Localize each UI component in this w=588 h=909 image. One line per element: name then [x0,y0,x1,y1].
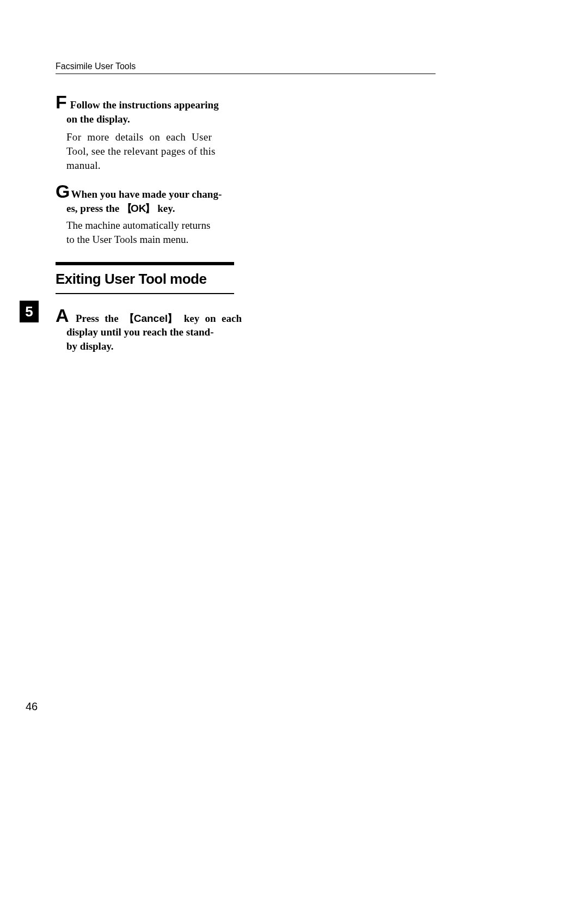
step-f-heading-line1: Follow the instructions appearing [70,99,219,111]
chapter-tab: 5 [20,301,39,322]
step-f-body-line1: For more details on each User [66,130,242,144]
running-header: Facsimile User Tools [56,62,136,71]
step-a: A Press the Cancel key on each display u… [56,306,242,353]
step-g: GWhen you have made your chang- es, pres… [56,182,242,247]
step-f-body-line2: Tool, see the relevant pages of this [66,144,242,158]
header-rule [56,74,436,74]
step-a-heading-line3: by display. [66,339,242,353]
section-title: Exiting User Tool mode [56,271,242,288]
step-a-heading-line2: display until you reach the stand- [66,325,242,339]
step-a-heading-pre: Press the [76,313,124,324]
step-g-heading-line2: es, press the OK key. [66,202,242,216]
step-g-heading-pre: es, press the [66,203,122,214]
step-f-heading-line2: on the display. [66,112,242,126]
step-f-body-line3: manual. [66,158,242,173]
cancel-key: Cancel [124,313,178,324]
ok-key: OK [122,203,155,214]
step-a-heading-post: key on each [178,313,242,324]
page-number: 46 [26,700,38,713]
step-letter-f: F [56,93,67,111]
section-divider-top [56,262,234,265]
step-f: F Follow the instructions appearing on t… [56,93,242,172]
step-letter-a: A [56,306,69,325]
step-letter-g: G [56,182,70,200]
content-column: F Follow the instructions appearing on t… [56,93,242,363]
step-g-body-line2: to the User Tools main menu. [66,233,242,247]
step-g-body-line1: The machine automatically returns [66,218,242,233]
step-g-heading-line1: When you have made your chang- [71,188,222,200]
step-g-heading-post: key. [155,203,175,214]
section-divider-bottom [56,293,234,294]
